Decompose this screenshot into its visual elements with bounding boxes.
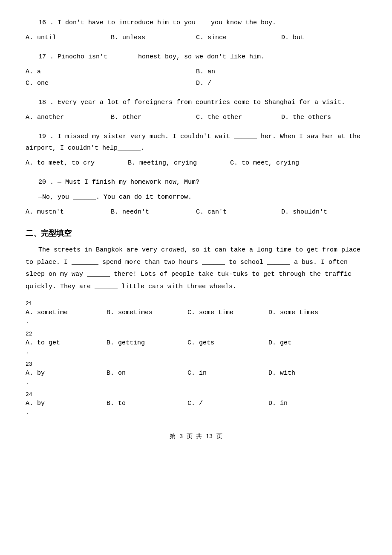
q17-option-b: B. an xyxy=(196,66,362,78)
cloze-21-num: 21 xyxy=(26,301,366,307)
cloze-22: 22 A. to get B. getting C. gets D. get . xyxy=(26,331,366,355)
q19-text: 19 . I missed my sister very much. I cou… xyxy=(26,131,366,154)
cloze-22-opt-d: D. get xyxy=(268,337,345,349)
cloze-23-opt-d: D. with xyxy=(268,367,345,379)
q20-option-c: C. can't xyxy=(196,206,277,218)
question-20: 20 . — Must I finish my homework now, Mu… xyxy=(26,176,366,218)
cloze-23-opt-a: A. by xyxy=(26,367,102,379)
cloze-21: 21 A. sometime B. sometimes C. some time… xyxy=(26,301,366,325)
q19-option-c: C. to meet, crying xyxy=(230,157,328,169)
q20-option-b: B. needn't xyxy=(111,206,192,218)
q17-option-c: C. one xyxy=(26,78,192,89)
q17-options: A. a B. an C. one D. / xyxy=(26,66,366,89)
q18-option-c: C. the other xyxy=(196,112,277,123)
cloze-23-opt-b: B. on xyxy=(107,367,183,379)
question-18: 18 . Every year a lot of foreigners from… xyxy=(26,97,366,123)
cloze-23-options: A. by B. on C. in D. with xyxy=(26,367,366,379)
cloze-23-num: 23 xyxy=(26,361,366,367)
cloze-21-opt-d: D. some times xyxy=(268,307,345,318)
cloze-24-opt-d: D. in xyxy=(268,398,345,409)
cloze-24-opt-a: A. by xyxy=(26,398,102,409)
cloze-23: 23 A. by B. on C. in D. with . xyxy=(26,361,366,385)
q19-options: A. to meet, to cry B. meeting, crying C.… xyxy=(26,157,366,169)
cloze-24: 24 A. by B. to C. / D. in . xyxy=(26,391,366,416)
cloze-24-num: 24 xyxy=(26,391,366,398)
q18-option-d: D. the others xyxy=(281,112,362,123)
q16-option-d: D. but xyxy=(281,32,362,43)
cloze-21-opt-b: B. sometimes xyxy=(107,307,183,318)
q17-option-a: A. a xyxy=(26,66,192,78)
cloze-24-options: A. by B. to C. / D. in xyxy=(26,398,366,409)
q17-option-d: D. / xyxy=(196,78,362,89)
question-17: 17 . Pinocho isn't ______ honest boy, so… xyxy=(26,51,366,89)
cloze-22-opt-b: B. getting xyxy=(107,337,183,349)
cloze-21-opt-c: C. some time xyxy=(187,307,264,318)
q16-text: 16 . I don't have to introduce him to yo… xyxy=(26,17,366,29)
q18-text: 18 . Every year a lot of foreigners from… xyxy=(26,97,366,108)
cloze-21-options: A. sometime B. sometimes C. some time D.… xyxy=(26,307,366,318)
question-19: 19 . I missed my sister very much. I cou… xyxy=(26,131,366,169)
q18-option-b: B. other xyxy=(111,112,192,123)
cloze-22-opt-c: C. gets xyxy=(187,337,264,349)
cloze-21-opt-a: A. sometime xyxy=(26,307,102,318)
passage-text: The streets in Bangkok are very crowed, … xyxy=(26,244,366,293)
q19-option-b: B. meeting, crying xyxy=(128,157,226,169)
q20-option-a: A. mustn't xyxy=(26,206,107,218)
cloze-23-opt-c: C. in xyxy=(187,367,264,379)
q18-options: A. another B. other C. the other D. the … xyxy=(26,112,366,123)
q16-option-a: A. until xyxy=(26,32,107,43)
page-footer: 第 3 页 共 13 页 xyxy=(26,433,366,440)
q20-text2: —No, you ______. You can do it tomorrow. xyxy=(26,191,366,203)
q19-option-a: A. to meet, to cry xyxy=(26,157,124,169)
cloze-22-options: A. to get B. getting C. gets D. get xyxy=(26,337,366,349)
section2-title: 二、完型填空 xyxy=(26,228,366,238)
q16-options: A. until B. unless C. since D. but xyxy=(26,32,366,43)
q20-option-d: D. shouldn't xyxy=(281,206,362,218)
q20-options: A. mustn't B. needn't C. can't D. should… xyxy=(26,206,366,218)
q16-option-c: C. since xyxy=(196,32,277,43)
cloze-22-num: 22 xyxy=(26,331,366,337)
q16-option-b: B. unless xyxy=(111,32,192,43)
cloze-22-opt-a: A. to get xyxy=(26,337,102,349)
cloze-24-opt-b: B. to xyxy=(107,398,183,409)
question-16: 16 . I don't have to introduce him to yo… xyxy=(26,17,366,43)
q18-option-a: A. another xyxy=(26,112,107,123)
q20-text1: 20 . — Must I finish my homework now, Mu… xyxy=(26,176,366,188)
q17-text: 17 . Pinocho isn't ______ honest boy, so… xyxy=(26,51,366,63)
cloze-24-opt-c: C. / xyxy=(187,398,264,409)
